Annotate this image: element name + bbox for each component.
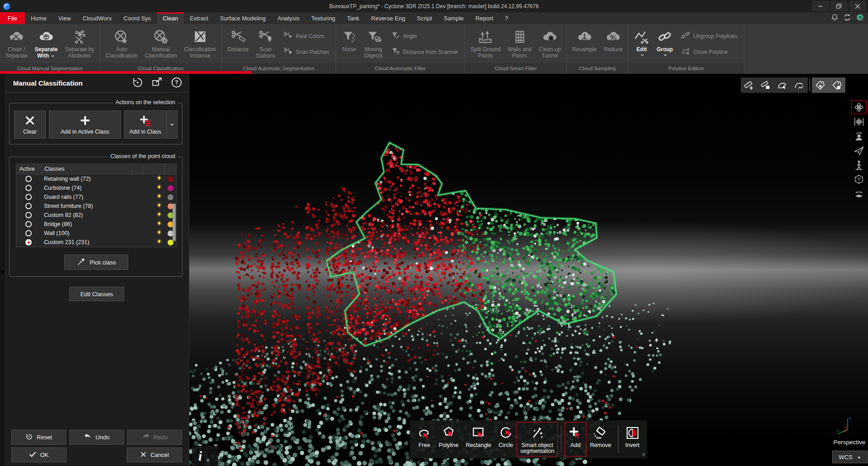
ribbon-item-reduce[interactable]: Reduce xyxy=(600,25,626,63)
class-color-swatch[interactable] xyxy=(168,176,173,182)
tool-remove[interactable]: Remove xyxy=(586,422,615,456)
reset-button[interactable]: Reset xyxy=(11,430,66,445)
ribbon-item-classification-instance[interactable]: ClassificationInstance xyxy=(181,25,220,63)
ribbon-item-separate-by-attributes[interactable]: Separate byAttributes xyxy=(61,25,98,63)
help-icon[interactable]: ? xyxy=(171,77,182,90)
panel-collapse-arrow[interactable]: ◀ xyxy=(0,268,4,274)
redo-button[interactable]: Redo xyxy=(127,430,182,445)
visibility-bulb-icon[interactable] xyxy=(156,175,163,183)
ribbon-item-angle[interactable]: Angle xyxy=(391,31,458,41)
class-row-guard-rails-77[interactable]: Guard rails (77) xyxy=(16,192,176,202)
class-color-swatch[interactable] xyxy=(168,185,173,191)
ribbon-item-clean-separate[interactable]: Clean /Separate xyxy=(2,25,31,63)
info-button[interactable]: i » xyxy=(192,446,218,466)
close-button[interactable] xyxy=(849,1,866,11)
ribbon-item-auto-classification[interactable]: AutoClassification xyxy=(102,25,141,63)
menu-item-[interactable]: ? xyxy=(499,12,514,24)
table-scrollbar[interactable] xyxy=(173,204,176,241)
add-in-active-class-button[interactable]: Add in Active Class xyxy=(49,110,121,139)
menu-item-cloudworx[interactable]: CloudWorx xyxy=(77,12,118,24)
visibility-bulb-icon[interactable] xyxy=(156,202,163,210)
ribbon-item-edit[interactable]: Edit xyxy=(630,25,653,63)
ribbon-item-group[interactable]: Group xyxy=(653,25,676,63)
tool-invert[interactable]: Invert xyxy=(622,422,643,456)
toolbar-expand-chevrons[interactable]: » xyxy=(641,453,647,456)
sync-icon[interactable] xyxy=(843,13,852,23)
class-row-curbstone-74[interactable]: Curbstone (74) xyxy=(16,183,176,192)
visibility-bulb-icon[interactable] xyxy=(156,238,163,246)
ribbon-item-moving-objects[interactable]: MovingObjects xyxy=(360,25,386,63)
menu-item-analysis[interactable]: Analysis xyxy=(272,12,305,24)
label-sphere-icon[interactable] xyxy=(829,77,845,93)
menu-item-sample[interactable]: Sample xyxy=(438,12,470,24)
history-icon[interactable] xyxy=(132,77,144,90)
orbit-icon[interactable] xyxy=(851,101,867,114)
add-in-class-button[interactable]: Add in Class xyxy=(124,110,166,139)
angle-measure-icon[interactable] xyxy=(774,77,791,93)
class-row-wall-100[interactable]: Wall (100) xyxy=(16,229,176,238)
menu-item-texturing[interactable]: Texturing xyxy=(305,12,341,24)
menu-item-tank[interactable]: Tank xyxy=(341,12,365,24)
ribbon-item-close-polyline[interactable]: Close Polyline xyxy=(681,47,737,57)
class-row-retaining-wall-72[interactable]: Retaining wall (72) xyxy=(16,174,176,183)
menu-item-home[interactable]: Home xyxy=(25,12,53,24)
viewport-3d[interactable]: FreePolylineRectangleCircleSmart object … xyxy=(189,74,868,466)
tool-smart-object-segmentation[interactable]: Smart object segmentation xyxy=(517,422,558,456)
menu-item-clean[interactable]: Clean xyxy=(157,12,184,24)
tool-rectangle[interactable]: Rectangle xyxy=(462,422,495,456)
restore-button[interactable] xyxy=(830,1,848,11)
cancel-button[interactable]: Cancel xyxy=(127,447,182,462)
ribbon-item-separate-with[interactable]: SeparateWith xyxy=(31,25,62,63)
info-more-chevrons[interactable]: » xyxy=(206,456,210,463)
ribbon-item-ungroup-polylines[interactable]: Ungroup Polylines xyxy=(681,31,737,41)
ribbon-item-noise[interactable]: Noise xyxy=(338,25,360,63)
turntable-icon[interactable] xyxy=(851,187,867,201)
class-row-bridge-86[interactable]: Bridge (86) xyxy=(16,220,176,229)
ribbon-item-split-ground-points[interactable]: Split GroundPoints xyxy=(467,25,504,63)
add-measure-icon[interactable] xyxy=(741,77,758,93)
undo-button[interactable]: Undo xyxy=(69,430,124,445)
tool-circle[interactable]: Circle xyxy=(495,422,517,456)
class-color-swatch[interactable] xyxy=(168,194,173,200)
visibility-bulb-icon[interactable] xyxy=(156,220,163,228)
minimize-button[interactable] xyxy=(812,1,829,11)
ribbon-item-walls-and-floors[interactable]: Walls andFloors xyxy=(504,25,535,63)
look-around-icon[interactable] xyxy=(851,130,867,143)
menu-item-reverse-eng[interactable]: Reverse Eng xyxy=(365,12,411,24)
visibility-bulb-icon[interactable] xyxy=(156,211,163,219)
menu-item-script[interactable]: Script xyxy=(411,12,438,24)
class-row-custom-82-82[interactable]: Custom 82 (82) xyxy=(16,211,176,220)
visibility-bulb-icon[interactable] xyxy=(156,229,163,237)
ribbon-item-scan-stations[interactable]: ScanStations xyxy=(252,25,279,63)
ribbon-item-resample[interactable]: Resample xyxy=(569,25,600,63)
menu-item-file[interactable]: File xyxy=(0,12,25,24)
detach-window-icon[interactable] xyxy=(151,77,163,90)
add-in-class-dropdown[interactable] xyxy=(166,110,177,139)
connection-status-badge[interactable] xyxy=(856,13,864,23)
class-row-custom-231-231[interactable]: Custom 231 (231) xyxy=(16,238,176,247)
erase-measure-icon[interactable] xyxy=(758,77,774,93)
view-cube-icon[interactable] xyxy=(851,173,867,187)
menu-item-surface-modeling[interactable]: Surface Modeling xyxy=(214,12,272,24)
class-active-radio[interactable] xyxy=(25,176,32,182)
path-measure-icon[interactable] xyxy=(791,77,808,93)
class-active-radio[interactable] xyxy=(25,194,32,200)
menu-item-extract[interactable]: Extract xyxy=(184,12,214,24)
class-row-street-furniture-78[interactable]: Street furniture (78) xyxy=(16,202,176,211)
ribbon-item-real-colors[interactable]: Real Colors xyxy=(283,31,329,41)
ribbon-item-clean-up-tunnel[interactable]: Clean-upTunnel xyxy=(535,25,565,63)
class-active-radio[interactable] xyxy=(25,230,32,236)
ribbon-item-manual-classification[interactable]: ManualClassification xyxy=(141,25,181,63)
class-active-radio[interactable] xyxy=(25,203,32,209)
menu-item-report[interactable]: Report xyxy=(470,12,499,24)
ok-button[interactable]: OK xyxy=(11,447,67,462)
visibility-bulb-icon[interactable] xyxy=(156,184,163,192)
walk-icon[interactable] xyxy=(851,159,867,172)
tool-add[interactable]: Add xyxy=(565,422,586,456)
ribbon-item-distance[interactable]: Distance xyxy=(224,25,252,63)
coordinate-system-dropdown[interactable]: WCS ▲ xyxy=(832,451,868,463)
constrained-orbit-icon[interactable] xyxy=(851,115,867,129)
class-active-radio[interactable] xyxy=(25,239,32,245)
clear-selection-button[interactable]: Clear xyxy=(14,110,46,139)
fly-icon[interactable] xyxy=(851,144,867,158)
